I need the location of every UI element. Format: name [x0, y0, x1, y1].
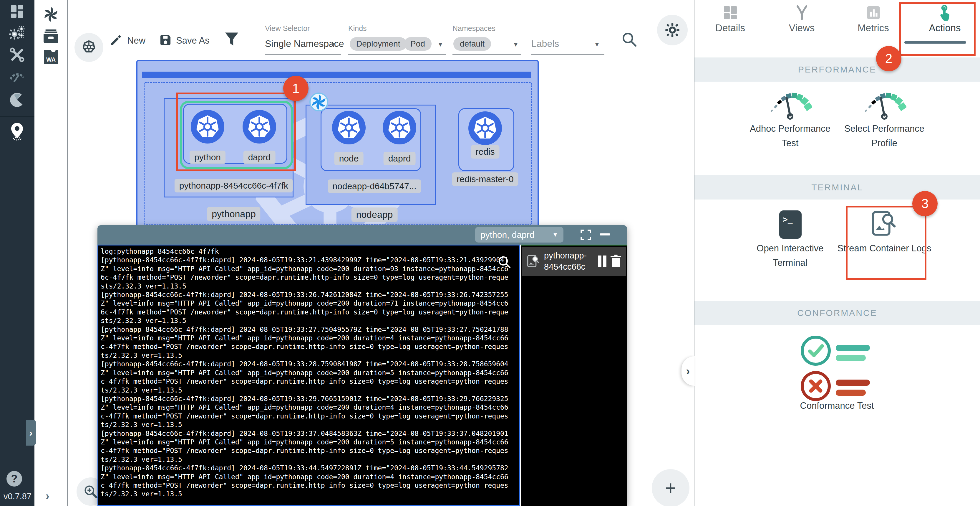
settings-gear-button[interactable]	[657, 15, 688, 45]
session-logs-icon	[527, 254, 541, 268]
annotation-badge-3: 3	[912, 191, 938, 216]
interactive-terminal-icon[interactable]: >_	[779, 210, 802, 239]
mesh-pie-nav-icon[interactable]	[8, 91, 26, 109]
new-button[interactable]: New	[127, 35, 145, 46]
configuration-tools-nav-icon[interactable]	[8, 46, 26, 64]
delete-session-icon[interactable]	[609, 254, 622, 268]
open-interactive-terminal-item[interactable]: Open Interactive Terminal	[743, 241, 837, 270]
adhoc-performance-gauge-icon[interactable]	[768, 88, 812, 121]
log-session-list: pythonapp- 8454cc66c	[521, 244, 627, 506]
pod-name-label: pythonapp-8454cc66c-4f7fk	[175, 179, 293, 192]
metrics-chart-icon	[865, 5, 881, 21]
deployment-name-label: nodeapp	[352, 208, 398, 222]
namespaces-label: Namespaces	[452, 24, 495, 33]
annotation-rect-3	[846, 206, 926, 280]
view-selector-label: View Selector	[265, 24, 310, 33]
container-label: node	[334, 152, 364, 165]
views-icon	[794, 5, 810, 21]
svg-text:>_: >_	[783, 214, 793, 224]
conformance-test-icon[interactable]	[799, 333, 878, 402]
annotation-badge-1: 1	[283, 76, 309, 101]
conformance-test-item[interactable]: Conformance Test	[784, 398, 890, 413]
details-grid-icon	[722, 5, 738, 21]
pause-stream-icon[interactable]	[603, 255, 606, 267]
cluster-header-bar	[142, 72, 531, 78]
performance-gauge-nav-icon[interactable]	[8, 67, 26, 85]
app-version: v0.7.87	[3, 492, 32, 501]
kinds-caret-icon[interactable]: ▼	[438, 41, 443, 48]
annotation-rect-1	[177, 93, 296, 171]
select-performance-profile-gauge-icon[interactable]	[862, 88, 907, 121]
pod-name-label: redis-master-0	[452, 172, 518, 186]
container-daprd-icon[interactable]	[383, 111, 416, 144]
kubernetes-scope-button[interactable]	[75, 33, 103, 62]
namespaces-chip-default[interactable]: default	[453, 37, 491, 51]
container-node-icon[interactable]	[332, 111, 366, 144]
log-output-pane[interactable]: log:pythonapp-8454cc66c-4f7fk [pythonapp…	[97, 244, 520, 506]
panel-collapse-handle[interactable]: ›	[681, 356, 694, 386]
performance-section-header: PERFORMANCE	[694, 57, 980, 81]
terminal-header[interactable]: python, daprd ▼	[97, 225, 627, 244]
annotation-rect-2	[899, 2, 975, 56]
log-search-icon[interactable]	[497, 255, 512, 270]
svg-text:WA: WA	[46, 56, 56, 63]
dapr-sidecar-icon	[309, 93, 328, 112]
pod-name-label: nodeapp-d64b5747...	[328, 179, 421, 193]
deployment-name-label: pythonapp	[207, 207, 260, 221]
session-name-line1: pythonapp-	[544, 251, 587, 260]
wasm-app-icon[interactable]: WA	[42, 48, 60, 66]
inbox-archive-app-icon[interactable]	[42, 27, 60, 45]
details-side-panel: Details Views Metrics Actions PERFORMANC…	[694, 0, 980, 506]
container-selector-dropdown[interactable]: python, daprd ▼	[475, 227, 563, 243]
view-selector-caret-icon[interactable]: ▼	[330, 41, 336, 48]
annotation-badge-2: 2	[876, 46, 901, 71]
adhoc-performance-test-item[interactable]: Adhoc Performance Test	[743, 121, 837, 150]
add-node-fab[interactable]: +	[652, 469, 689, 506]
labels-input[interactable]: Labels	[531, 38, 559, 49]
pause-stream-icon[interactable]	[598, 255, 601, 267]
kinds-chip-pod[interactable]: Pod	[404, 37, 431, 51]
fullscreen-icon[interactable]	[580, 229, 592, 241]
left-nav-sidebar: › ? v0.7.87	[0, 0, 35, 506]
namespaces-underline	[452, 54, 521, 55]
container-label: redis	[471, 145, 499, 158]
app-dock-strip: WA ›	[35, 0, 68, 506]
search-icon[interactable]	[621, 31, 638, 48]
filter-funnel-icon[interactable]	[224, 32, 239, 47]
container-selector-value: python, daprd	[480, 230, 534, 240]
tab-metrics[interactable]: Metrics	[837, 0, 909, 53]
session-name-line2: 8454cc66c	[544, 262, 585, 272]
kanvas-pin-nav-icon[interactable]	[8, 122, 26, 140]
new-icon[interactable]	[110, 33, 123, 46]
view-selector-underline	[265, 54, 341, 55]
sidebar-divider	[0, 116, 35, 117]
log-text: log:pythonapp-8454cc66c-4f7fk [pythonapp…	[98, 246, 519, 500]
labels-underline	[531, 54, 605, 55]
labels-caret-icon[interactable]: ▼	[594, 41, 600, 48]
kinds-chip-deployment[interactable]: Deployment	[350, 37, 407, 51]
lifecycle-gears-nav-icon[interactable]	[8, 24, 26, 42]
select-performance-profile-item[interactable]: Select Performance Profile	[837, 121, 931, 150]
save-as-icon[interactable]	[159, 34, 172, 46]
tab-details[interactable]: Details	[694, 0, 766, 53]
dapr-app-icon[interactable]	[42, 5, 60, 24]
dock-expand-chevron[interactable]: ›	[46, 490, 49, 503]
conformance-section-header: CONFORMANCE	[694, 301, 980, 325]
log-terminal-window: python, daprd ▼ log:pythonapp-8454cc66c-…	[97, 225, 627, 506]
selector-caret-icon: ▼	[552, 231, 558, 238]
kinds-label: Kinds	[348, 24, 367, 33]
kinds-underline	[348, 54, 446, 55]
help-button[interactable]: ?	[6, 471, 22, 487]
namespaces-caret-icon[interactable]: ▼	[513, 41, 519, 48]
tab-views[interactable]: Views	[766, 0, 837, 53]
log-session-tab[interactable]: pythonapp- 8454cc66c	[522, 247, 626, 276]
terminal-section-header: TERMINAL	[694, 176, 980, 200]
container-redis-icon[interactable]	[468, 112, 502, 145]
minimize-icon[interactable]	[600, 233, 610, 235]
container-label: daprd	[383, 152, 416, 165]
dashboard-nav-icon[interactable]	[8, 2, 26, 21]
save-as-button[interactable]: Save As	[176, 35, 210, 46]
sidebar-expand-handle[interactable]: ›	[26, 420, 36, 445]
meshery-kanvas-screen: { "version": "v0.7.87", "toolbar": { "ne…	[0, 0, 980, 506]
